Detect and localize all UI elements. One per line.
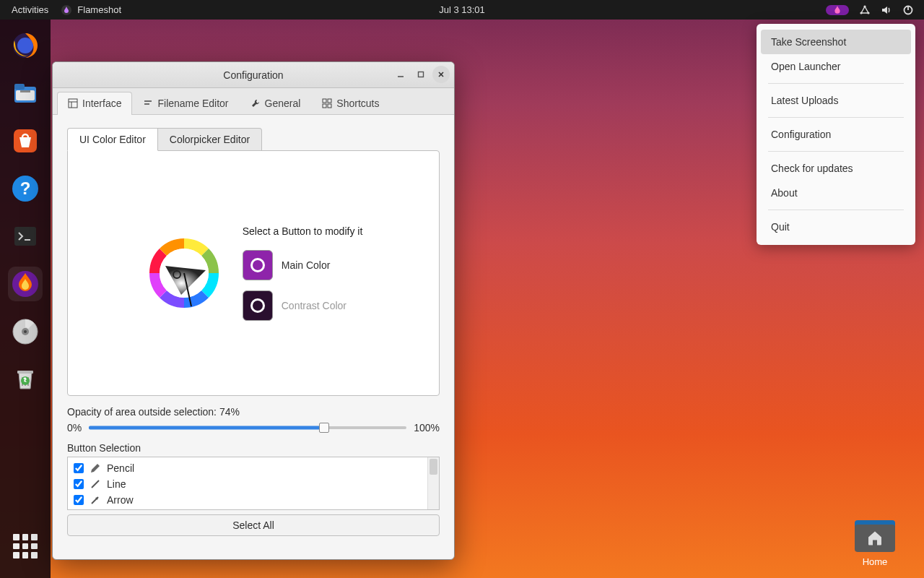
color-editor-panel: Select a Button to modify it Main Color … xyxy=(67,150,440,396)
svg-point-19 xyxy=(24,330,27,333)
opacity-min-label: 0% xyxy=(67,422,82,434)
menu-separator xyxy=(768,210,904,210)
window-close-button[interactable] xyxy=(432,66,450,83)
button-selection-label: Button Selection xyxy=(67,442,440,454)
tab-general[interactable]: General xyxy=(240,92,312,115)
svg-line-36 xyxy=(92,480,99,488)
list-scrollbar[interactable] xyxy=(427,457,439,509)
active-app-indicator[interactable]: Flameshot xyxy=(61,4,121,15)
configuration-window: Configuration Interface Filename Editor … xyxy=(52,61,455,560)
dock-help[interactable]: ? xyxy=(8,171,43,206)
list-item[interactable]: Arrow xyxy=(72,492,423,508)
svg-rect-29 xyxy=(323,99,326,103)
active-app-label: Flameshot xyxy=(77,4,121,15)
dock-terminal[interactable] xyxy=(8,219,43,254)
wrench-icon xyxy=(250,98,261,108)
tray-flameshot-icon[interactable] xyxy=(826,5,849,15)
menu-about[interactable]: About xyxy=(761,181,911,205)
line-icon xyxy=(90,478,101,490)
dock-disc[interactable] xyxy=(8,314,43,349)
subtab-ui-color-editor[interactable]: UI Color Editor xyxy=(67,128,158,151)
svg-text:?: ? xyxy=(20,178,31,198)
main-color-swatch[interactable] xyxy=(243,250,273,280)
menu-check-updates[interactable]: Check for updates xyxy=(761,156,911,181)
button-selection-list: Pencil Line Arrow xyxy=(67,457,440,510)
pencil-icon xyxy=(90,462,101,474)
svg-rect-30 xyxy=(328,99,331,103)
clock[interactable]: Jul 3 13:01 xyxy=(439,4,485,15)
desktop-home-folder[interactable]: Home xyxy=(855,520,895,567)
list-item-label: Arrow xyxy=(107,494,134,506)
list-item-label: Pencil xyxy=(107,462,134,474)
subtab-colorpicker-editor[interactable]: Colorpicker Editor xyxy=(158,128,262,151)
list-item-checkbox[interactable] xyxy=(74,479,84,489)
flameshot-icon xyxy=(61,5,71,15)
svg-rect-20 xyxy=(17,371,33,374)
arrow-icon xyxy=(90,494,101,506)
svg-rect-23 xyxy=(419,72,424,77)
select-all-button[interactable]: Select All xyxy=(67,514,440,536)
power-icon[interactable] xyxy=(902,4,914,16)
tab-interface[interactable]: Interface xyxy=(57,92,132,115)
grid-icon xyxy=(322,98,332,108)
svg-rect-31 xyxy=(323,104,326,108)
color-wheel[interactable] xyxy=(144,233,224,313)
svg-point-6 xyxy=(17,38,33,53)
tab-label: Interface xyxy=(82,98,121,109)
svg-rect-10 xyxy=(20,90,30,92)
opacity-label: Opacity of area outside selection: 74% xyxy=(67,406,440,418)
window-minimize-button[interactable] xyxy=(392,66,409,83)
main-tabbar: Interface Filename Editor General Shortc… xyxy=(53,88,454,115)
opacity-max-label: 100% xyxy=(414,422,440,434)
dock-trash[interactable] xyxy=(8,362,43,397)
volume-icon[interactable] xyxy=(881,4,892,16)
contrast-color-swatch[interactable] xyxy=(243,290,273,321)
tray-context-menu: Take Screenshot Open Launcher Latest Upl… xyxy=(757,24,915,245)
main-color-label: Main Color xyxy=(282,259,331,271)
top-bar: Activities Flameshot Jul 3 13:01 xyxy=(0,0,924,20)
list-item-checkbox[interactable] xyxy=(74,463,84,473)
list-item[interactable]: Line xyxy=(72,476,423,492)
list-item-checkbox[interactable] xyxy=(74,495,84,505)
menu-latest-uploads[interactable]: Latest Uploads xyxy=(761,88,911,113)
menu-open-launcher[interactable]: Open Launcher xyxy=(761,54,911,79)
network-icon[interactable] xyxy=(859,4,871,16)
tab-label: General xyxy=(265,98,301,109)
tab-label: Shortcuts xyxy=(336,98,379,109)
layout-icon xyxy=(68,98,78,108)
svg-rect-8 xyxy=(14,84,25,90)
window-title: Configuration xyxy=(223,69,283,81)
dock-firefox[interactable] xyxy=(8,28,43,63)
tab-shortcuts[interactable]: Shortcuts xyxy=(311,92,390,115)
opacity-slider[interactable] xyxy=(89,420,406,435)
color-editor-prompt: Select a Button to modify it xyxy=(243,225,363,237)
tab-filename-editor[interactable]: Filename Editor xyxy=(132,92,239,115)
menu-configuration[interactable]: Configuration xyxy=(761,122,911,147)
menu-take-screenshot[interactable]: Take Screenshot xyxy=(761,30,911,54)
contrast-color-label: Contrast Color xyxy=(282,300,346,311)
list-item-label: Line xyxy=(107,478,126,490)
list-item[interactable]: Pencil xyxy=(72,460,423,476)
show-applications-button[interactable] xyxy=(8,529,43,564)
svg-rect-14 xyxy=(14,227,36,246)
folder-icon xyxy=(855,520,895,552)
dock: ? xyxy=(0,20,51,578)
menu-separator xyxy=(768,151,904,152)
menu-separator xyxy=(768,117,904,118)
window-titlebar[interactable]: Configuration xyxy=(53,62,454,88)
menu-separator xyxy=(768,83,904,84)
desktop-home-label: Home xyxy=(855,556,895,567)
tab-label: Filename Editor xyxy=(157,98,228,109)
dock-files[interactable] xyxy=(8,76,43,111)
svg-rect-24 xyxy=(69,99,77,108)
activities-button[interactable]: Activities xyxy=(12,4,48,15)
filename-icon xyxy=(143,98,153,108)
window-maximize-button[interactable] xyxy=(412,66,430,83)
dock-software[interactable] xyxy=(8,124,43,158)
dock-flameshot[interactable] xyxy=(8,267,43,301)
menu-quit[interactable]: Quit xyxy=(761,215,911,239)
svg-rect-32 xyxy=(328,104,331,108)
sub-tabbar: UI Color Editor Colorpicker Editor xyxy=(67,128,440,151)
